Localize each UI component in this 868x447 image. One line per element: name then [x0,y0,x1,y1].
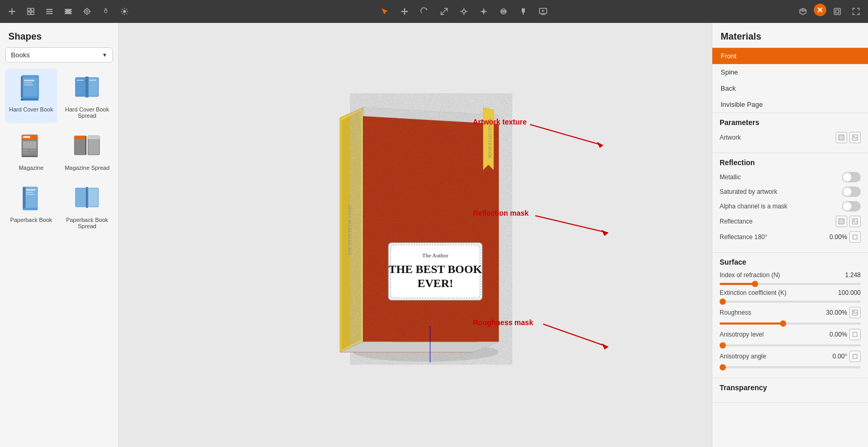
svg-rect-6 [46,9,53,10]
svg-rect-5 [31,12,34,15]
roughness-slider[interactable] [720,322,861,325]
svg-rect-56 [24,82,32,83]
svg-rect-41 [523,13,524,15]
svg-rect-44 [541,14,545,15]
tab-spine[interactable]: Spine [712,64,868,80]
svg-rect-67 [23,136,30,138]
metallic-row: Metallic [720,172,861,182]
svg-line-25 [122,9,123,10]
grid-icon[interactable] [23,4,39,19]
add-icon[interactable] [4,4,20,19]
transform-tool[interactable] [456,4,472,19]
svg-rect-2 [28,8,30,11]
menu-icon[interactable] [42,4,57,19]
reflection-section: Reflection Metallic Saturated by artwork [712,153,868,253]
anisotropy-level-icon[interactable] [849,329,861,340]
reflectance-180-controls: 0.00% [826,231,861,243]
cursor-tool[interactable] [377,4,393,19]
reflectance-image-icon[interactable] [849,216,861,227]
ior-fill [720,283,755,285]
roughness-image-icon[interactable] [849,307,861,318]
close-orange-icon[interactable] [814,4,826,16]
svg-rect-7 [46,11,53,12]
move-tool[interactable] [397,4,412,19]
svg-rect-4 [28,12,30,15]
tab-front[interactable]: Front [712,48,868,64]
svg-rect-1 [9,11,15,12]
anisotropy-angle-icon[interactable] [849,351,861,362]
hard-cover-spread-label: Hard Cover Book Spread [64,106,111,119]
svg-rect-71 [23,152,31,153]
metallic-toggle[interactable] [842,172,861,182]
reflectance-solid-icon[interactable] [836,216,847,227]
tab-back[interactable]: Back [712,80,868,96]
ior-slider[interactable] [720,283,861,285]
svg-rect-82 [26,194,34,195]
light-icon[interactable] [117,4,132,19]
svg-text:EVER!: EVER! [417,277,452,290]
svg-rect-72 [22,156,37,157]
render-tool[interactable] [535,4,551,19]
camera-orbit-tool[interactable] [496,4,511,19]
svg-rect-69 [23,150,28,151]
paperback-book-spread-icon [71,183,103,215]
anisotropy-angle-slider[interactable] [720,366,861,368]
shape-paperback-book[interactable]: Paperback Book [5,179,57,233]
reflection-title: Reflection [720,158,861,167]
magazine-icon [16,131,47,163]
settings-icon[interactable] [98,4,114,19]
extinction-row: Extinction coefficient (K) 100.000 [720,289,861,296]
roughness-fill [720,322,783,325]
saturated-toggle[interactable] [842,187,861,197]
svg-rect-80 [26,189,35,191]
svg-rect-76 [88,136,99,139]
svg-rect-83 [23,208,37,210]
reflectance-180-input-icon[interactable] [849,231,861,243]
shape-paperback-book-spread[interactable]: Paperback Book Spread [61,179,114,233]
shape-magazine[interactable]: Magazine [5,127,57,175]
svg-line-26 [127,14,128,15]
svg-text:HARD COVER BOOK: HARD COVER BOOK [487,119,492,159]
movie-icon[interactable] [60,4,76,19]
pivot-tool[interactable] [476,4,492,19]
svg-text:The Author: The Author [422,252,448,258]
svg-rect-62 [85,77,89,97]
svg-rect-51 [836,10,839,13]
transparency-title: Transparency [720,383,861,392]
svg-marker-114 [601,230,608,236]
magazine-spread-label: Magazine Spread [65,165,109,171]
svg-rect-86 [86,187,88,208]
svg-marker-116 [602,343,608,350]
svg-rect-53 [21,77,23,97]
tab-invisible-page[interactable]: Invisible Page [712,96,868,113]
canvas-area[interactable]: THE BEST BOOK EVER! [119,23,712,447]
target-icon[interactable] [79,4,95,19]
shape-magazine-spread[interactable]: Magazine Spread [61,127,114,175]
window-icon[interactable] [829,4,845,19]
extinction-value: 100.000 [838,289,861,296]
anisotropy-level-slider[interactable] [720,344,861,346]
fullscreen-icon[interactable] [848,4,864,19]
scale-tool[interactable] [436,4,452,19]
roughness-value: 30.00% [826,309,847,316]
parameters-title: Parameters [720,118,861,127]
svg-text:THE BEST BOOK EVER!: THE BEST BOOK EVER! [347,204,353,255]
extinction-slider[interactable] [720,301,861,303]
shape-hard-cover-book[interactable]: Hard Cover Book [5,69,57,123]
anisotropy-angle-track [720,366,861,368]
artwork-solid-icon[interactable] [836,132,847,143]
extinction-thumb [720,299,726,305]
svg-point-29 [462,10,466,13]
alpha-toggle[interactable] [842,201,861,212]
svg-rect-81 [26,192,33,193]
ior-value: 1.248 [840,271,861,279]
cube-view-icon[interactable] [795,4,811,19]
reflectance-180-row: Reflectance 180° 0.00% [720,231,861,243]
surface-section: Surface Index of refraction (N) 1.248 Ex… [712,253,868,378]
rotate-tool[interactable] [417,4,432,19]
paint-tool[interactable] [515,4,531,19]
materials-title: Materials [712,23,868,48]
artwork-image-icon[interactable] [849,132,861,143]
shape-hard-cover-book-spread[interactable]: Hard Cover Book Spread [61,69,114,123]
category-dropdown[interactable]: Books ▼ [5,47,113,63]
